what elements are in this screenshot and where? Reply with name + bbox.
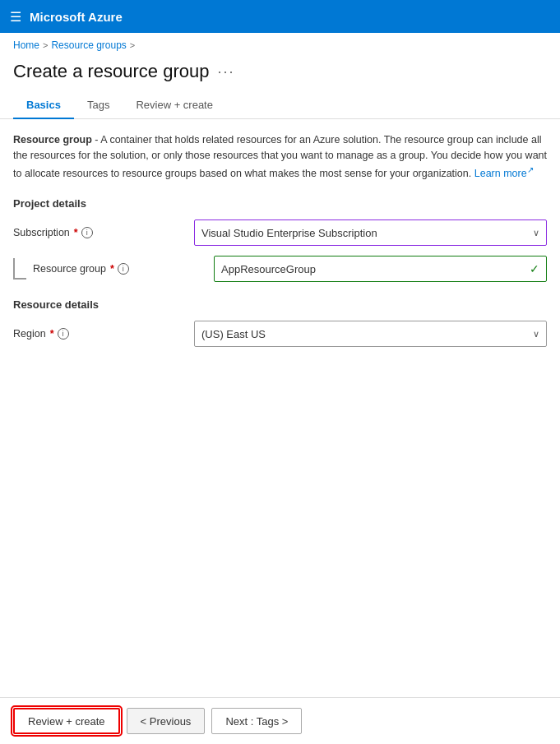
top-bar: ☰ Microsoft Azure (0, 0, 560, 33)
breadcrumb-sep1: > (43, 40, 48, 50)
tab-bar: Basics Tags Review + create (0, 92, 560, 119)
resource-details-section: Resource details Region * i (US) East US… (13, 298, 547, 347)
next-button[interactable]: Next : Tags > (211, 708, 302, 734)
resource-details-title: Resource details (13, 298, 547, 311)
app-title: Microsoft Azure (30, 10, 123, 24)
tab-basics[interactable]: Basics (13, 92, 74, 119)
resource-group-required: * (110, 263, 114, 275)
breadcrumb-home[interactable]: Home (13, 39, 39, 51)
resource-group-dropdown[interactable]: AppResourceGroup ✓ (214, 256, 547, 282)
main-content: Resource group - A container that holds … (0, 119, 560, 697)
region-required: * (50, 328, 54, 340)
resource-group-label: Resource group * i (33, 263, 214, 275)
external-link-icon: ↗ (527, 165, 534, 174)
subscription-control: Visual Studio Enterprise Subscription ∨ (194, 220, 547, 246)
subscription-dropdown[interactable]: Visual Studio Enterprise Subscription ∨ (194, 220, 547, 246)
resource-group-value: AppResourceGroup (221, 263, 316, 275)
previous-button[interactable]: < Previous (127, 708, 206, 734)
subscription-info-icon[interactable]: i (81, 227, 93, 238)
subscription-required: * (74, 227, 78, 238)
subscription-label: Subscription * i (13, 227, 194, 238)
resource-group-control: AppResourceGroup ✓ (214, 256, 547, 282)
region-control: (US) East US ∨ (194, 321, 547, 347)
region-label: Region * i (13, 328, 194, 340)
hamburger-icon[interactable]: ☰ (10, 9, 21, 25)
resource-group-label-text: Resource group (33, 263, 106, 275)
description-body: - A container that holds related resourc… (13, 134, 547, 179)
bottom-bar: Review + create < Previous Next : Tags > (0, 697, 560, 744)
breadcrumb: Home > Resource groups > (0, 33, 560, 58)
resource-group-row: Resource group * i AppResourceGroup ✓ (13, 256, 547, 282)
project-details-title: Project details (13, 197, 547, 210)
page-header: Create a resource group ··· (0, 58, 560, 92)
project-details-section: Project details Subscription * i Visual … (13, 197, 547, 282)
region-info-icon[interactable]: i (58, 328, 69, 340)
description-text: Resource group - A container that holds … (13, 132, 547, 181)
description-bold: Resource group (13, 134, 92, 146)
subscription-value: Visual Studio Enterprise Subscription (201, 227, 377, 239)
region-label-text: Region (13, 328, 46, 340)
learn-more-link[interactable]: Learn more↗ (474, 168, 534, 179)
subscription-row: Subscription * i Visual Studio Enterpris… (13, 220, 547, 246)
indent-line (13, 258, 26, 280)
region-row: Region * i (US) East US ∨ (13, 321, 547, 347)
region-arrow-icon: ∨ (533, 329, 539, 340)
region-dropdown[interactable]: (US) East US ∨ (194, 321, 547, 347)
more-options-button[interactable]: ··· (217, 63, 234, 81)
page-title: Create a resource group (13, 61, 209, 82)
breadcrumb-resource-groups[interactable]: Resource groups (51, 39, 126, 51)
review-create-button[interactable]: Review + create (13, 708, 120, 734)
tab-tags[interactable]: Tags (74, 92, 123, 119)
region-value: (US) East US (201, 328, 266, 340)
breadcrumb-sep2: > (130, 40, 135, 50)
subscription-arrow-icon: ∨ (533, 228, 539, 238)
resource-group-check-icon: ✓ (530, 262, 539, 275)
subscription-label-text: Subscription (13, 227, 70, 238)
tab-review-create[interactable]: Review + create (123, 92, 226, 119)
resource-group-info-icon[interactable]: i (118, 263, 129, 275)
